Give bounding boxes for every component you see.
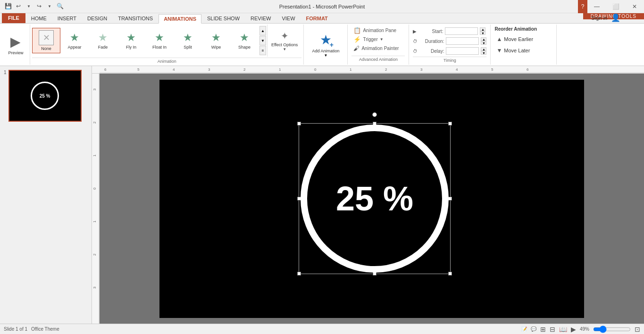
add-animation-dropdown-arrow[interactable]: ▼ <box>324 53 327 58</box>
anim-none[interactable]: ✕ None <box>32 28 60 53</box>
gallery-scroll: ▲ ▼ ≡ <box>259 25 267 56</box>
fit-slide-button[interactable]: ⊡ <box>635 326 640 333</box>
shape-label: Shape <box>238 45 251 50</box>
zoom-slider[interactable] <box>593 326 631 333</box>
anim-wipe[interactable]: ★ Wipe <box>202 29 230 52</box>
move-earlier-button[interactable]: ▲ Move Earlier <box>494 34 535 44</box>
anim-floatin[interactable]: ★ Float In <box>145 29 174 52</box>
tab-animations[interactable]: ANIMATIONS <box>159 14 201 24</box>
canvas-wrapper: 3 2 1 0 1 2 3 <box>92 74 644 324</box>
signin-area: Sign in 👤 <box>591 13 620 22</box>
appear-label: Appear <box>67 45 81 50</box>
undo-button[interactable]: ↩ <box>14 2 23 10</box>
svg-text:0: 0 <box>314 67 317 72</box>
view-reading[interactable]: 📖 <box>559 326 567 333</box>
add-animation-group: ★ + Add Animation ▼ <box>304 25 348 65</box>
svg-text:6: 6 <box>527 67 529 72</box>
start-row: ▶ Start: ▲ ▼ <box>413 26 485 36</box>
gallery-down[interactable]: ▼ <box>259 36 266 45</box>
start-up[interactable]: ▲ <box>480 27 485 31</box>
signin-link[interactable]: Sign in <box>591 15 607 21</box>
redo-button[interactable]: ↪ <box>35 2 43 10</box>
tab-design[interactable]: DESIGN <box>82 14 112 23</box>
quick-access-toolbar: 💾 ↩ ▼ ↪ ▼ 🔍 <box>4 2 64 10</box>
gallery-up[interactable]: ▲ <box>259 26 266 35</box>
start-spinner: ▲ ▼ <box>480 27 485 35</box>
slide-thumb-content: 25 % <box>9 71 81 121</box>
tab-transitions[interactable]: TRANSITIONS <box>113 14 158 23</box>
delay-row: ⏱ Delay: ▲ ▼ <box>413 46 486 56</box>
move-earlier-icon: ▲ <box>496 36 502 42</box>
undo-dropdown[interactable]: ▼ <box>25 2 33 10</box>
svg-text:4: 4 <box>456 67 458 72</box>
anim-fade[interactable]: ★ Fade <box>89 29 117 52</box>
slide-content[interactable]: 25 % <box>159 80 584 318</box>
start-input[interactable] <box>445 27 478 35</box>
comments-button[interactable]: 💬 <box>531 326 536 332</box>
customize-qat[interactable]: ▼ <box>45 2 54 10</box>
anim-shape[interactable]: ★ Shape <box>230 29 259 52</box>
duration-input[interactable] <box>446 37 479 45</box>
svg-text:2: 2 <box>92 253 97 256</box>
animation-group-label: Animation <box>32 58 301 65</box>
preview-label: Preview <box>8 50 23 55</box>
trigger-dropdown[interactable]: ▼ <box>380 37 384 42</box>
anim-flyin[interactable]: ★ Fly In <box>117 29 145 52</box>
delay-up[interactable]: ▲ <box>481 47 486 51</box>
move-later-icon: ▼ <box>496 47 502 54</box>
slide-canvas: 25 % <box>100 74 644 324</box>
preview-icon: ▶ <box>10 34 21 50</box>
tab-view[interactable]: VIEW <box>276 14 300 23</box>
window-controls: ? — ⬜ ✕ <box>578 0 644 13</box>
theme-indicator: Office Theme <box>31 326 59 332</box>
duration-row: ⏱ Duration: ▲ ▼ <box>413 36 486 46</box>
view-normal[interactable]: ⊞ <box>540 326 546 333</box>
split-icon: ★ <box>183 32 192 44</box>
gallery-more[interactable]: ≡ <box>259 46 266 55</box>
move-later-button[interactable]: ▼ Move Later <box>494 46 532 55</box>
svg-text:2: 2 <box>385 67 387 72</box>
start-down[interactable]: ▼ <box>480 31 485 35</box>
effect-options-dropdown[interactable]: ▼ <box>283 47 286 51</box>
tab-slideshow[interactable]: SLIDE SHOW <box>202 14 245 23</box>
animation-pane-icon: 📋 <box>353 27 361 34</box>
save-button[interactable]: 💾 <box>4 2 12 10</box>
tab-insert[interactable]: INSERT <box>52 14 82 23</box>
anim-appear[interactable]: ★ Appear <box>60 29 89 52</box>
minimize-button[interactable]: — <box>587 0 606 13</box>
v-ruler-svg: 3 2 1 0 1 2 3 <box>92 74 100 324</box>
tab-review[interactable]: REVIEW <box>245 14 276 23</box>
slide-thumbnail[interactable]: 25 % <box>8 70 82 122</box>
delay-input[interactable] <box>446 47 479 55</box>
view-slidesorter[interactable]: ⊟ <box>550 326 555 333</box>
start-label: Start: <box>418 29 443 34</box>
accessibility-check[interactable]: 🔍 <box>56 2 64 10</box>
animation-pane-button[interactable]: 📋 Animation Pane <box>351 26 398 34</box>
tab-home[interactable]: HOME <box>26 14 52 23</box>
floatin-icon: ★ <box>155 32 164 44</box>
svg-text:25 %: 25 % <box>336 180 413 217</box>
app-title: Presentation1 - Microsoft PowerPoint <box>279 4 365 9</box>
animation-pane-label: Animation Pane <box>363 28 396 33</box>
tab-format[interactable]: FORMAT <box>301 14 333 23</box>
view-slideshow[interactable]: ▶ <box>571 326 576 333</box>
duration-up[interactable]: ▲ <box>481 37 486 41</box>
effect-options-button[interactable]: ✦ Effect Options ▼ <box>267 25 301 57</box>
tab-file[interactable]: FILE <box>2 13 25 23</box>
thumb-text: 25 % <box>40 93 50 99</box>
add-animation-button[interactable]: ★ + Add Animation ▼ <box>308 30 343 60</box>
none-label: None <box>41 46 51 51</box>
delay-down[interactable]: ▼ <box>481 51 486 55</box>
anim-split[interactable]: ★ Split <box>174 29 202 52</box>
notes-button[interactable]: 📝 <box>521 326 527 332</box>
rotate-handle[interactable] <box>372 112 377 117</box>
preview-button[interactable]: ▶ Preview <box>6 32 25 57</box>
help-button[interactable]: ? <box>578 0 587 13</box>
trigger-button[interactable]: ⚡ Trigger ▼ <box>351 35 385 43</box>
close-button[interactable]: ✕ <box>625 0 644 13</box>
slide-number: 1 <box>4 70 7 75</box>
restore-button[interactable]: ⬜ <box>606 0 625 13</box>
animation-painter-button[interactable]: 🖌 Animation Painter <box>351 44 401 52</box>
delay-clock-icon: ⏱ <box>413 49 418 54</box>
duration-down[interactable]: ▼ <box>481 41 486 45</box>
